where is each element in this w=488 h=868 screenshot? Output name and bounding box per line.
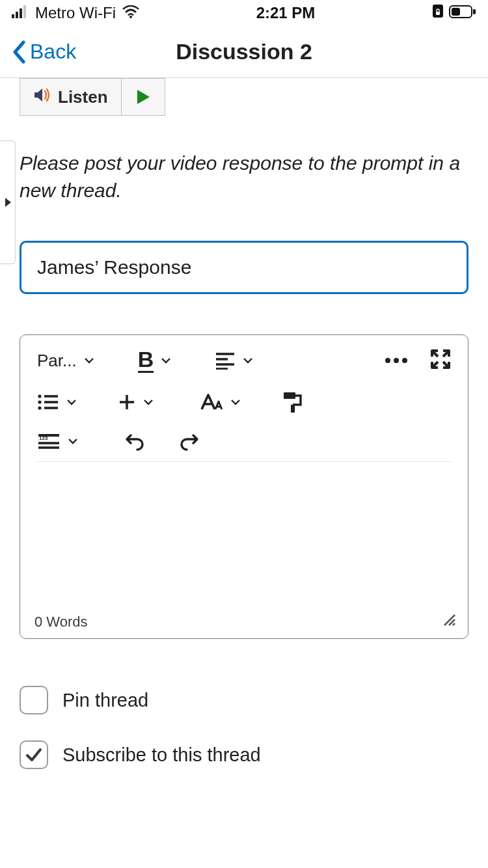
- thread-title-input[interactable]: [20, 241, 468, 294]
- redo-icon: [179, 431, 200, 451]
- back-button[interactable]: Back: [12, 40, 76, 64]
- svg-rect-27: [284, 392, 295, 399]
- svg-text:123: 123: [39, 435, 48, 441]
- editor-content-area[interactable]: [20, 462, 468, 603]
- chevron-down-icon: [230, 396, 241, 408]
- pin-thread-label: Pin thread: [62, 690, 148, 711]
- numbered-list-dropdown[interactable]: 123: [37, 433, 79, 450]
- listen-label: Listen: [58, 87, 108, 107]
- back-label: Back: [30, 40, 76, 64]
- svg-line-35: [453, 623, 455, 625]
- svg-point-17: [394, 358, 399, 363]
- chevron-down-icon: [83, 355, 95, 366]
- chevron-right-icon: [4, 197, 12, 208]
- plus-icon: [118, 393, 136, 411]
- rich-text-editor: Par... B: [20, 334, 468, 639]
- svg-rect-3: [23, 5, 26, 18]
- format-painter-button[interactable]: [282, 391, 303, 413]
- svg-rect-1: [16, 12, 18, 18]
- svg-point-4: [129, 16, 132, 18]
- check-icon: [25, 748, 42, 762]
- prompt-text: Please post your video response to the p…: [20, 150, 468, 204]
- paragraph-label: Par...: [37, 351, 77, 371]
- svg-point-21: [38, 400, 41, 403]
- more-options-button[interactable]: [385, 355, 408, 366]
- subscribe-label: Subscribe to this thread: [62, 744, 261, 766]
- clock: 2:21 PM: [256, 4, 316, 22]
- svg-marker-10: [137, 90, 150, 104]
- ellipsis-icon: [385, 357, 408, 364]
- svg-point-23: [38, 406, 41, 409]
- fullscreen-button[interactable]: [430, 349, 451, 372]
- svg-rect-0: [12, 14, 14, 18]
- battery-icon: [449, 4, 476, 22]
- svg-point-18: [402, 358, 407, 363]
- checkbox-unchecked[interactable]: [20, 686, 48, 714]
- bullet-list-icon: [37, 393, 59, 411]
- align-left-icon: [215, 351, 236, 370]
- svg-point-16: [385, 358, 390, 363]
- svg-rect-5: [433, 5, 443, 18]
- status-bar: Metro Wi-Fi 2:21 PM: [0, 0, 488, 26]
- play-button[interactable]: [122, 79, 165, 115]
- svg-rect-9: [473, 9, 476, 14]
- undo-button[interactable]: [124, 431, 145, 451]
- expand-icon: [430, 349, 451, 370]
- portrait-lock-icon: [432, 4, 444, 22]
- signal-icon: [12, 4, 29, 22]
- font-dropdown[interactable]: [200, 392, 241, 412]
- subscribe-option[interactable]: Subscribe to this thread: [20, 740, 468, 769]
- numbered-list-icon: 123: [37, 433, 61, 450]
- font-size-icon: [200, 392, 223, 412]
- chevron-down-icon: [160, 355, 172, 366]
- paragraph-style-dropdown[interactable]: Par...: [37, 351, 95, 371]
- pin-thread-option[interactable]: Pin thread: [20, 686, 468, 714]
- redo-button[interactable]: [179, 431, 200, 451]
- svg-rect-2: [20, 8, 22, 18]
- align-dropdown[interactable]: [215, 351, 254, 370]
- svg-rect-6: [436, 12, 440, 15]
- chevron-down-icon: [142, 396, 154, 408]
- svg-rect-28: [291, 405, 295, 413]
- listen-button[interactable]: Listen: [20, 79, 122, 115]
- format-painter-icon: [282, 391, 303, 413]
- bold-icon: B: [138, 348, 154, 373]
- play-icon: [136, 89, 150, 105]
- bold-dropdown[interactable]: B: [138, 348, 172, 373]
- insert-dropdown[interactable]: [118, 393, 154, 411]
- chevron-down-icon: [242, 355, 254, 366]
- side-expand-handle[interactable]: [0, 141, 16, 264]
- chevron-down-icon: [67, 435, 79, 447]
- svg-point-19: [38, 394, 41, 398]
- wifi-icon: [122, 4, 139, 22]
- carrier-label: Metro Wi-Fi: [35, 4, 116, 22]
- chevron-down-icon: [66, 396, 77, 408]
- chevron-left-icon: [12, 40, 26, 64]
- listen-toolbar: Listen: [20, 78, 165, 116]
- svg-rect-8: [452, 8, 460, 16]
- editor-toolbar: Par... B: [20, 335, 468, 457]
- speaker-icon: [33, 87, 51, 108]
- resize-grip-icon: [439, 610, 456, 627]
- checkbox-checked[interactable]: [20, 740, 48, 769]
- list-dropdown[interactable]: [37, 393, 77, 411]
- word-count: 0 Words: [34, 614, 88, 631]
- header: Back Discussion 2: [0, 26, 488, 78]
- resize-handle[interactable]: [439, 610, 456, 631]
- svg-marker-11: [5, 198, 11, 207]
- undo-icon: [124, 431, 145, 451]
